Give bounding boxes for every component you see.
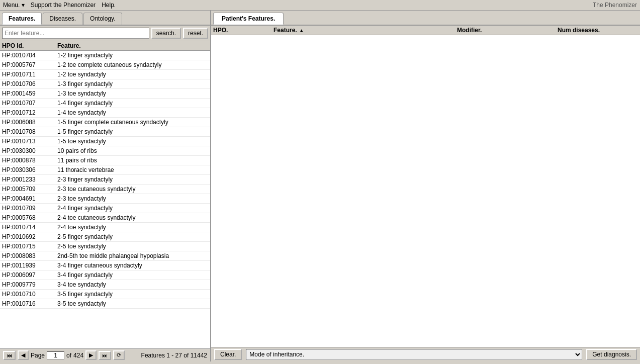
list-item[interactable]: HP:003030010 pairs of ribs xyxy=(0,146,210,156)
list-item[interactable]: HP:00060881-5 finger complete cutaneous … xyxy=(0,118,210,127)
features-count: Features 1 - 27 of 11442 xyxy=(141,352,207,359)
features-table-header: HPO id. Feature. xyxy=(0,41,210,51)
help-link[interactable]: Help. xyxy=(102,2,116,9)
list-item[interactable]: HP:00119393-4 finger cutaneous syndactyl… xyxy=(0,261,210,270)
feature-hpo-id: HP:0001233 xyxy=(2,176,57,183)
menu-dropdown[interactable]: Menu. ▾ xyxy=(3,2,25,9)
support-link[interactable]: Support the Phenomizer xyxy=(31,2,96,9)
search-input[interactable] xyxy=(2,28,149,39)
list-item[interactable]: HP:00107081-5 finger syndactyly xyxy=(0,127,210,137)
list-item[interactable]: HP:00107131-5 toe syndactyly xyxy=(0,137,210,146)
tab-diseases[interactable]: Diseases. xyxy=(43,13,82,25)
get-diagnosis-button[interactable]: Get diagnosis. xyxy=(586,349,637,360)
list-item[interactable]: HP:00060973-4 finger syndactyly xyxy=(0,270,210,280)
feature-hpo-id: HP:0010707 xyxy=(2,100,57,107)
feature-hpo-id: HP:0010692 xyxy=(2,233,57,240)
feature-name: 1-4 toe syndactyly xyxy=(57,109,208,116)
feature-name: 2-4 finger syndactyly xyxy=(57,205,208,212)
menu-bar: Menu. ▾ Support the Phenomizer Help. The… xyxy=(0,0,640,11)
feature-hpo-id: HP:0010709 xyxy=(2,205,57,212)
feature-hpo-id: HP:0030300 xyxy=(2,147,57,154)
page-label: Page xyxy=(31,352,45,359)
mode-of-inheritance-select[interactable]: Mode of inheritance. xyxy=(246,349,582,360)
list-item[interactable]: HP:00107121-4 toe syndactyly xyxy=(0,108,210,118)
feature-name: 1-5 toe syndactyly xyxy=(57,138,208,145)
next-page-button[interactable]: ▶ xyxy=(85,350,97,360)
patient-list xyxy=(211,35,640,347)
patient-header-modifier: Modifier. xyxy=(457,27,558,34)
feature-name: 2-5 finger syndactyly xyxy=(57,233,208,240)
list-item[interactable]: HP:00057671-2 toe complete cutaneous syn… xyxy=(0,60,210,70)
feature-hpo-id: HP:0010714 xyxy=(2,224,57,231)
feature-name: 1-2 toe complete cutaneous syndactyly xyxy=(57,61,208,68)
list-item[interactable]: HP:00107111-2 toe syndactyly xyxy=(0,70,210,79)
feature-hpo-id: HP:0004691 xyxy=(2,195,57,202)
feature-name: 2nd-5th toe middle phalangeal hypoplasia xyxy=(57,252,208,259)
left-tab-bar: Features. Diseases. Ontology. xyxy=(0,11,210,26)
patient-tab-bar: Patient's Features. xyxy=(211,11,640,26)
list-item[interactable]: HP:00057092-3 toe cutaneous syndactyly xyxy=(0,185,210,194)
feature-name: 2-3 toe cutaneous syndactyly xyxy=(57,186,208,193)
feature-name: 2-4 toe cutaneous syndactyly xyxy=(57,214,208,221)
right-panel: Patient's Features. HPO. Feature. ▲ Modi… xyxy=(211,11,640,361)
feature-hpo-id: HP:0011939 xyxy=(2,262,57,269)
pagination-bar: ⏮ ◀ Page of 424 ▶ ⏭ ⟳ Features 1 - 27 of… xyxy=(0,348,210,361)
list-item[interactable]: HP:000087811 pairs of ribs xyxy=(0,156,210,165)
app-title: The Phenomizer xyxy=(593,2,637,9)
list-item[interactable]: HP:00107103-5 finger syndactyly xyxy=(0,290,210,299)
list-item[interactable]: HP:00107163-5 toe syndactyly xyxy=(0,299,210,309)
reset-button[interactable]: reset. xyxy=(183,28,208,39)
list-item[interactable]: HP:00106922-5 finger syndactyly xyxy=(0,232,210,242)
main-layout: Features. Diseases. Ontology. search. re… xyxy=(0,11,640,361)
list-item[interactable]: HP:00107061-3 finger syndactyly xyxy=(0,79,210,89)
feature-name: 1-2 finger syndactyly xyxy=(57,52,208,59)
feature-hpo-id: HP:0010704 xyxy=(2,52,57,59)
clear-button[interactable]: Clear. xyxy=(214,349,242,360)
patient-header-num-diseases: Num diseases. xyxy=(558,27,638,34)
tab-ontology[interactable]: Ontology. xyxy=(83,13,122,25)
feature-name: 1-2 toe syndactyly xyxy=(57,71,208,78)
search-button[interactable]: search. xyxy=(151,28,181,39)
list-item[interactable]: HP:00057682-4 toe cutaneous syndactyly xyxy=(0,213,210,223)
feature-name: 1-3 finger syndactyly xyxy=(57,80,208,87)
last-page-button[interactable]: ⏭ xyxy=(99,351,111,360)
list-item[interactable]: HP:00107152-5 toe syndactyly xyxy=(0,242,210,251)
list-item[interactable]: HP:00107092-4 finger syndactyly xyxy=(0,204,210,213)
feature-hpo-id: HP:0030306 xyxy=(2,166,57,173)
page-input[interactable] xyxy=(47,351,64,359)
patient-header-hpo: HPO. xyxy=(213,27,273,34)
feature-hpo-id: HP:0001459 xyxy=(2,90,57,97)
feature-hpo-id: HP:0010716 xyxy=(2,300,57,307)
list-item[interactable]: HP:00080832nd-5th toe middle phalangeal … xyxy=(0,251,210,261)
feature-name: 3-4 toe syndactyly xyxy=(57,281,208,288)
list-item[interactable]: HP:00107071-4 finger syndactyly xyxy=(0,99,210,108)
of-label: of xyxy=(66,352,71,359)
tab-features[interactable]: Features. xyxy=(2,13,42,25)
header-feature: Feature. xyxy=(57,42,208,49)
list-item[interactable]: HP:00012332-3 finger syndactyly xyxy=(0,175,210,185)
feature-hpo-id: HP:0009779 xyxy=(2,281,57,288)
feature-name: 3-5 toe syndactyly xyxy=(57,300,208,307)
feature-name: 3-5 finger syndactyly xyxy=(57,291,208,298)
prev-page-button[interactable]: ◀ xyxy=(18,350,29,360)
feature-hpo-id: HP:0005767 xyxy=(2,61,57,68)
patient-header-feature[interactable]: Feature. ▲ xyxy=(273,27,457,34)
sort-arrow-icon: ▲ xyxy=(299,28,304,33)
list-item[interactable]: HP:00046912-3 toe syndactyly xyxy=(0,194,210,204)
list-item[interactable]: HP:003030611 thoracic vertebrae xyxy=(0,165,210,175)
feature-name: 2-4 toe syndactyly xyxy=(57,224,208,231)
patient-table-header: HPO. Feature. ▲ Modifier. Num diseases. xyxy=(211,26,640,35)
first-page-button[interactable]: ⏮ xyxy=(3,351,16,360)
feature-name: 3-4 finger cutaneous syndactyly xyxy=(57,262,208,269)
tab-patient-features[interactable]: Patient's Features. xyxy=(213,13,284,25)
reload-button[interactable]: ⟳ xyxy=(113,350,125,360)
feature-name: 11 thoracic vertebrae xyxy=(57,166,208,173)
feature-name: 1-3 toe syndactyly xyxy=(57,90,208,97)
feature-name: 2-5 toe syndactyly xyxy=(57,243,208,250)
feature-name: 2-3 toe syndactyly xyxy=(57,195,208,202)
list-item[interactable]: HP:00107142-4 toe syndactyly xyxy=(0,223,210,232)
list-item[interactable]: HP:00014591-3 toe syndactyly xyxy=(0,89,210,99)
list-item[interactable]: HP:00107041-2 finger syndactyly xyxy=(0,51,210,60)
feature-hpo-id: HP:0010712 xyxy=(2,109,57,116)
list-item[interactable]: HP:00097793-4 toe syndactyly xyxy=(0,280,210,290)
